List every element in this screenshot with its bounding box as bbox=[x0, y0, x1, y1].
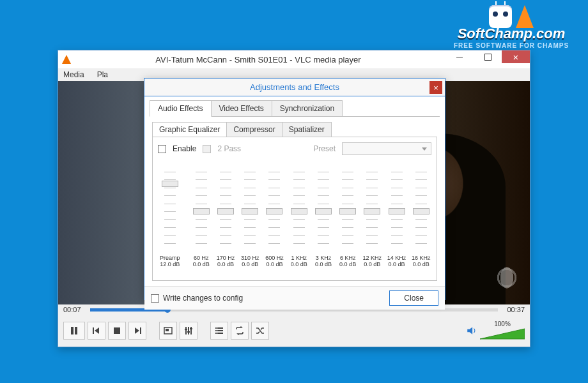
eq-slider[interactable] bbox=[244, 172, 256, 251]
preset-label: Preset bbox=[313, 144, 336, 153]
eq-slider[interactable] bbox=[196, 172, 207, 251]
svg-rect-13 bbox=[187, 331, 190, 333]
extended-settings-button[interactable] bbox=[180, 322, 197, 340]
watermark-graphic bbox=[447, 5, 575, 28]
playlist-button[interactable] bbox=[210, 322, 228, 340]
eq-thumb[interactable] bbox=[266, 208, 282, 214]
eq-freq-label: 16 KHz bbox=[412, 255, 431, 261]
eq-thumb[interactable] bbox=[291, 208, 307, 214]
minimize-button[interactable] bbox=[445, 50, 474, 63]
fullscreen-button[interactable] bbox=[159, 322, 177, 340]
subtab-compressor[interactable]: Compressor bbox=[226, 122, 282, 137]
eq-thumb[interactable] bbox=[389, 208, 405, 214]
eq-slider[interactable] bbox=[415, 172, 427, 251]
eq-band-14khz: 14 KHz0.0 dB bbox=[386, 172, 406, 267]
subtab-equalizer[interactable]: Graphic Equalizer bbox=[152, 122, 227, 137]
shuffle-icon bbox=[255, 326, 265, 336]
twopass-checkbox bbox=[203, 145, 211, 153]
dialog-close-button[interactable]: × bbox=[429, 81, 442, 94]
robot-icon bbox=[489, 5, 512, 28]
preamp-slider[interactable] bbox=[164, 172, 176, 251]
preamp-thumb[interactable] bbox=[162, 181, 178, 187]
stop-icon bbox=[112, 326, 122, 336]
enable-label: Enable bbox=[173, 144, 196, 153]
equalizer-panel: Enable 2 Pass Preset Preamp 12.0 dB 60 H… bbox=[152, 137, 437, 281]
eq-slider[interactable] bbox=[293, 172, 305, 251]
dialog-titlebar[interactable]: Adjustments and Effects × bbox=[144, 79, 445, 96]
eq-slider[interactable] bbox=[342, 172, 353, 251]
pause-icon bbox=[69, 326, 79, 336]
eq-thumb[interactable] bbox=[217, 208, 234, 214]
eq-db-label: 0.0 dB bbox=[364, 261, 380, 267]
cbs-eye-icon bbox=[493, 264, 521, 292]
previous-button[interactable] bbox=[88, 322, 105, 340]
loop-icon bbox=[235, 326, 245, 336]
watermark-subtitle: FREE SOFTWARE FOR CHAMPS bbox=[447, 42, 575, 49]
svg-rect-11 bbox=[190, 327, 192, 334]
svg-rect-1 bbox=[75, 327, 77, 334]
pause-button[interactable] bbox=[63, 322, 85, 340]
enable-checkbox[interactable] bbox=[158, 145, 166, 153]
titlebar[interactable]: AVI-Tatum McCann - Smith S01E01 - VLC me… bbox=[58, 50, 530, 68]
write-config-checkbox[interactable] bbox=[151, 294, 159, 303]
fullscreen-icon bbox=[163, 326, 173, 336]
time-elapsed[interactable]: 00:07 bbox=[63, 306, 86, 313]
window-close-button[interactable]: × bbox=[502, 50, 530, 63]
skip-forward-icon bbox=[132, 326, 143, 336]
stop-button[interactable] bbox=[108, 322, 126, 340]
preamp-band: Preamp 12.0 dB bbox=[158, 172, 182, 267]
eq-band-3khz: 3 KHz0.0 dB bbox=[313, 172, 334, 267]
svg-rect-4 bbox=[114, 327, 120, 334]
svg-rect-0 bbox=[71, 327, 74, 334]
preset-select[interactable] bbox=[342, 142, 431, 155]
eq-freq-label: 12 KHz bbox=[363, 255, 382, 261]
svg-marker-6 bbox=[135, 327, 139, 334]
eq-db-label: 0.0 dB bbox=[389, 261, 405, 267]
shuffle-button[interactable] bbox=[251, 322, 269, 340]
sub-tabs: Graphic Equalizer Compressor Spatializer bbox=[152, 122, 437, 137]
volume-control: 100% bbox=[466, 320, 525, 342]
dialog-close-action-button[interactable]: Close bbox=[389, 290, 438, 306]
menu-media[interactable]: Media bbox=[61, 69, 87, 80]
eq-freq-label: 14 KHz bbox=[387, 255, 406, 261]
equalizer-sliders: Preamp 12.0 dB 60 Hz0.0 dB 170 Hz0.0 dB … bbox=[158, 159, 431, 267]
eq-freq-label: 310 Hz bbox=[241, 255, 259, 261]
eq-slider[interactable] bbox=[318, 172, 329, 251]
loop-button[interactable] bbox=[231, 322, 249, 340]
svg-rect-18 bbox=[217, 330, 223, 331]
eq-slider[interactable] bbox=[268, 172, 280, 251]
menu-playback[interactable]: Pla bbox=[95, 69, 111, 80]
eq-db-label: 0.0 dB bbox=[291, 261, 307, 267]
volume-slider[interactable] bbox=[480, 327, 525, 342]
eq-band-12khz: 12 KHz0.0 dB bbox=[362, 172, 382, 267]
maximize-button[interactable] bbox=[474, 50, 502, 63]
dialog-title: Adjustments and Effects bbox=[250, 82, 339, 92]
subtab-spatializer[interactable]: Spatializer bbox=[282, 122, 332, 137]
svg-rect-16 bbox=[217, 327, 223, 329]
svg-rect-9 bbox=[185, 327, 187, 334]
eq-db-label: 0.0 dB bbox=[266, 261, 282, 267]
eq-thumb[interactable] bbox=[413, 208, 429, 214]
eq-thumb[interactable] bbox=[193, 208, 210, 214]
eq-slider[interactable] bbox=[391, 172, 403, 251]
svg-rect-19 bbox=[215, 333, 217, 334]
next-button[interactable] bbox=[128, 322, 146, 340]
time-total[interactable]: 00:37 bbox=[502, 306, 525, 313]
tab-audio-effects[interactable]: Audio Effects bbox=[150, 100, 212, 117]
eq-thumb[interactable] bbox=[364, 208, 380, 214]
svg-marker-21 bbox=[467, 327, 472, 334]
eq-thumb[interactable] bbox=[242, 208, 258, 214]
eq-slider[interactable] bbox=[220, 172, 231, 251]
svg-rect-2 bbox=[93, 327, 94, 334]
eq-freq-label: 1 KHz bbox=[291, 255, 307, 261]
dialog-footer: Write changes to config Close bbox=[144, 286, 445, 310]
eq-slider[interactable] bbox=[366, 172, 378, 251]
eq-thumb[interactable] bbox=[339, 208, 356, 214]
tab-video-effects[interactable]: Video Effects bbox=[211, 100, 272, 116]
svg-rect-14 bbox=[190, 328, 192, 329]
speaker-icon[interactable] bbox=[466, 325, 477, 336]
playlist-icon bbox=[214, 326, 224, 336]
eq-thumb[interactable] bbox=[315, 208, 332, 214]
sliders-icon bbox=[183, 326, 194, 336]
tab-synchronization[interactable]: Synchronization bbox=[272, 100, 343, 116]
